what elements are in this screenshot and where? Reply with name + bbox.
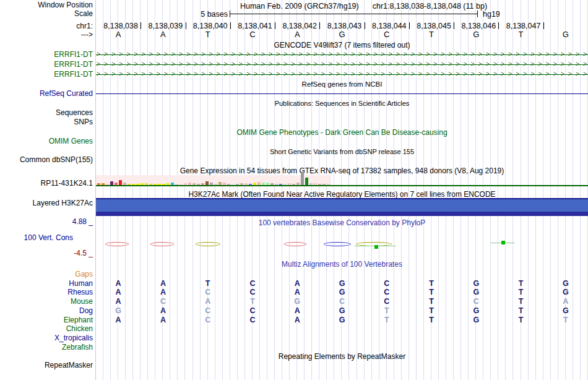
conservation-mark <box>374 245 378 249</box>
position-header: Human Feb. 2009 (GRCh37/hg19) chr1:8,138… <box>118 2 588 11</box>
strand-arrow-icon: > <box>516 61 519 69</box>
species-label[interactable]: Zebrafish <box>0 343 93 352</box>
strand-arrow-icon: > <box>246 71 250 79</box>
gene-name-label[interactable]: ERRFI1-DT <box>0 61 93 69</box>
strand-arrow-icon: > <box>538 61 542 69</box>
strand-arrow-icon: > <box>456 61 460 69</box>
strand-arrow-icon: > <box>201 51 205 59</box>
species-label[interactable]: Human <box>0 280 93 288</box>
species-label[interactable]: X_tropicalis <box>0 334 93 342</box>
conservation-mark <box>501 241 505 244</box>
h3k27ac-track-title[interactable]: H3K27Ac Mark (Often Found Near Active Re… <box>96 191 588 198</box>
strand-arrow-icon: > <box>276 61 280 69</box>
repeatmasker-label[interactable]: RepeatMasker <box>0 361 93 369</box>
gtex-tissue-bar <box>305 178 308 185</box>
strand-arrow-icon: > <box>171 61 175 69</box>
strand-arrow-icon: > <box>404 61 407 69</box>
strand-arrow-icon: > <box>321 51 325 59</box>
strand-arrow-icon: > <box>561 61 564 69</box>
gene-name-label[interactable]: ERRFI1-DT <box>0 71 93 79</box>
strand-arrow-icon: > <box>299 51 303 59</box>
alignment-base: G <box>469 288 483 296</box>
h3k27ac-signal-bar[interactable] <box>96 199 588 212</box>
strand-arrow-icon: > <box>441 71 444 79</box>
species-label[interactable]: Mouse <box>0 298 93 306</box>
alignment-base: A <box>201 298 215 306</box>
alignment-base: G <box>558 288 573 296</box>
strand-arrow-icon: > <box>321 61 325 69</box>
strand-arrow-icon: > <box>358 71 362 79</box>
ruler-position: 8,138,045 <box>412 22 456 30</box>
strand-arrow-icon: > <box>119 61 123 69</box>
strand-arrow-icon: > <box>351 71 355 79</box>
gene-row[interactable]: ERRFI1-DT>>>>>>>>>>>>>>>>>>>>>>>>>>>>>>>… <box>0 71 588 79</box>
refseq-track-title[interactable]: RefSeq genes from NCBI <box>96 80 588 88</box>
strand-arrow-icon: > <box>194 51 197 59</box>
alignment-base: A <box>111 298 126 306</box>
ruler-tick <box>454 22 454 29</box>
alignment-base: C <box>469 298 483 306</box>
refseq-curated-label[interactable]: RefSeq Curated <box>0 90 93 98</box>
species-label[interactable]: Chicken <box>0 325 93 333</box>
omim-genes-label[interactable]: OMIM Genes <box>0 137 93 145</box>
alignment-base: C <box>201 307 215 315</box>
strand-arrow-icon: > <box>381 71 385 79</box>
sequence-base: A <box>111 31 126 38</box>
conservation-label[interactable]: 100 Vert. Cons <box>0 234 73 242</box>
strand-arrow-icon: > <box>523 61 527 69</box>
strand-arrow-icon: > <box>486 51 490 59</box>
ruler-position: 8,138,043 <box>322 22 367 30</box>
strand-arrow-icon: > <box>261 61 265 69</box>
strand-arrow-icon: > <box>561 71 564 79</box>
gene-direction-arrows: >>>>>>>>>>>>>>>>>>>>>>>>>>>>>>>>>>>>>>>>… <box>97 71 587 79</box>
sequences-label[interactable]: Sequences <box>0 109 93 117</box>
strand-arrow-icon: > <box>306 71 310 79</box>
multiz-track-title[interactable]: Multiz Alignments of 100 Vertebrates <box>96 261 588 268</box>
layered-h3k27ac-label[interactable]: Layered H3K27Ac <box>0 199 93 207</box>
publications-track-title[interactable]: Publications: Sequences in Scientific Ar… <box>96 100 588 107</box>
species-label[interactable]: Gaps <box>0 270 93 279</box>
dbsnp-track-title[interactable]: Short Genetic Variants from dbSNP releas… <box>96 148 588 155</box>
species-label[interactable]: Rhesus <box>0 288 93 296</box>
gtex-track-title[interactable]: Gene Expression in 54 tissues from GTEx … <box>96 167 588 175</box>
strand-arrow-icon: > <box>329 51 332 59</box>
strand-arrow-icon: > <box>142 51 145 59</box>
strand-arrow-icon: > <box>157 51 160 59</box>
omim-track-title[interactable]: OMIM Gene Phenotypes - Dark Green Can Be… <box>96 129 588 136</box>
strand-arrow-icon: > <box>201 61 205 69</box>
strand-arrow-icon: > <box>217 61 220 69</box>
strand-arrow-icon: > <box>231 51 235 59</box>
gene-name-label[interactable]: ERRFI1-DT <box>0 51 93 59</box>
repeatmasker-track-title[interactable]: Repeating Elements by RepeatMasker <box>96 353 588 360</box>
strand-arrow-icon: > <box>546 51 550 59</box>
strand-arrow-icon: > <box>134 71 137 79</box>
gtex-tissue-bar <box>119 180 122 185</box>
gene-row[interactable]: ERRFI1-DT>>>>>>>>>>>>>>>>>>>>>>>>>>>>>>>… <box>0 61 588 69</box>
species-label[interactable]: Elephant <box>0 316 93 324</box>
strand-arrow-icon: > <box>426 61 430 69</box>
strand-arrow-icon: > <box>194 71 197 79</box>
h3k27ac-signal-base[interactable] <box>96 212 588 216</box>
conservation-track-title[interactable]: 100 vertebrates Basewise Conservation by… <box>96 219 588 227</box>
gtex-tissue-bar <box>301 171 304 185</box>
strand-arrow-icon: > <box>217 71 220 79</box>
strand-arrow-icon: > <box>336 71 340 79</box>
strand-arrow-icon: > <box>111 51 115 59</box>
gencode-track-title[interactable]: GENCODE V49lift37 (7 items filtered out) <box>96 41 588 49</box>
sequence-base: G <box>335 31 350 38</box>
snps-label[interactable]: SNPs <box>0 118 93 126</box>
gene-row[interactable]: ERRFI1-DT>>>>>>>>>>>>>>>>>>>>>>>>>>>>>>>… <box>0 51 588 59</box>
sequence-base: T <box>201 31 215 38</box>
strand-arrow-icon: > <box>171 51 175 59</box>
common-dbsnp-label[interactable]: Common dbSNP(155) <box>0 156 93 164</box>
sequence-base: T <box>424 31 439 38</box>
strand-arrow-icon: > <box>464 71 467 79</box>
refseq-gene-line[interactable] <box>96 93 588 94</box>
alignment-base: T <box>514 288 529 296</box>
gtex-gene-label[interactable]: RP11-431K24.1 <box>0 179 93 188</box>
strand-arrow-icon: > <box>97 61 100 69</box>
alignment-base: T <box>245 298 260 306</box>
alignment-base: C <box>379 280 394 288</box>
strand-arrow-icon: > <box>224 61 228 69</box>
species-label[interactable]: Dog <box>0 307 93 315</box>
